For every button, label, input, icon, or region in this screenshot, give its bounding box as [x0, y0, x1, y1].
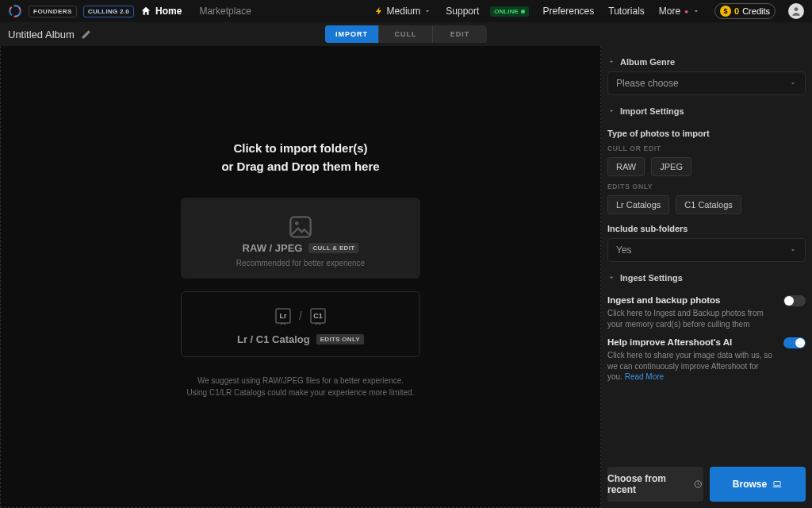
tab-cull[interactable]: CULL [379, 25, 433, 43]
bolt-icon [374, 6, 384, 16]
card-catalog[interactable]: Lr / C1 Lr / C1 Catalog EDITS ONLY [181, 291, 420, 357]
chip-c1-catalogs[interactable]: C1 Catalogs [676, 195, 741, 214]
tutorials-link[interactable]: Tutorials [608, 6, 645, 17]
chevron-down-icon [423, 7, 431, 15]
album-genre-select[interactable]: Please choose [607, 71, 806, 95]
clock-icon [693, 479, 703, 490]
section-album-genre[interactable]: Album Genre [607, 57, 806, 67]
subheader: Untitled Album IMPORT CULL EDIT [0, 22, 812, 46]
credits-count: 0 [734, 6, 739, 16]
dollar-icon: $ [720, 6, 731, 17]
subfolders-value: Yes [616, 244, 632, 256]
tab-edit[interactable]: EDIT [433, 25, 487, 43]
card-catalog-label: Lr / C1 Catalog [237, 333, 310, 345]
laptop-icon [772, 479, 783, 490]
support-link[interactable]: Support [446, 6, 479, 17]
chip-lr-catalogs[interactable]: Lr Catalogs [607, 195, 669, 214]
online-dot-icon [521, 10, 525, 13]
read-more-link[interactable]: Read More [625, 372, 664, 381]
card-raw-jpeg-label-row: RAW / JPEG CULL & EDIT [243, 242, 359, 254]
subfolders-select[interactable]: Yes [607, 238, 806, 262]
section-ingest[interactable]: Ingest Settings [607, 273, 806, 283]
online-label: ONLINE [494, 8, 518, 15]
chip-raw[interactable]: RAW [607, 157, 645, 176]
mode-tabs: IMPORT CULL EDIT [325, 25, 487, 43]
c1-icon: C1 [308, 306, 327, 325]
svg-point-4 [295, 221, 299, 225]
priority-dropdown[interactable]: Medium [374, 6, 432, 17]
more-dropdown[interactable]: More ● [659, 6, 700, 17]
credits-label: Credits [742, 6, 770, 16]
topbar: FOUNDERS CULLING 2.0 Home Marketplace Me… [0, 0, 812, 22]
ingest-toggle[interactable] [783, 295, 806, 306]
tab-import[interactable]: IMPORT [325, 25, 379, 43]
home-icon [140, 6, 151, 17]
edits-only-label: EDITS ONLY [607, 183, 806, 190]
dropzone-line1: Click to import folder(s) [221, 140, 379, 158]
browse-button[interactable]: Browse [710, 467, 806, 502]
notification-dot-icon: ● [684, 8, 688, 15]
choose-recent-button[interactable]: Choose from recent [607, 467, 703, 502]
catalog-icon-row: Lr / C1 [274, 306, 327, 325]
ingest-title: Ingest and backup photos [607, 295, 776, 305]
image-icon [285, 212, 316, 242]
disclaimer-l1: We suggest using RAW/JPEG files for a be… [187, 375, 415, 387]
pencil-icon[interactable] [81, 29, 91, 40]
section-import[interactable]: Import Settings [607, 106, 806, 116]
more-label: More [659, 6, 680, 17]
priority-label: Medium [387, 6, 421, 17]
cull-or-edit-label: CULL OR EDIT [607, 144, 806, 152]
card-raw-jpeg-label: RAW / JPEG [243, 242, 303, 254]
type-label: Type of photos to import [607, 129, 806, 138]
ingest-desc: Click here to Ingest and Backup photos f… [607, 308, 776, 329]
album-genre-label: Album Genre [620, 57, 675, 67]
browse-label: Browse [733, 479, 767, 490]
svg-rect-10 [774, 482, 780, 486]
help-ai-desc: Click here to share your image data with… [607, 350, 776, 383]
card-raw-jpeg-sub: Recommended for better experience [236, 259, 365, 267]
collapse-triangle-icon [607, 274, 615, 282]
svg-point-2 [795, 7, 799, 11]
disclaimer-l2: Using C1/LR Catalogs could make your exp… [187, 387, 415, 398]
collapse-triangle-icon [607, 58, 615, 66]
choose-recent-label: Choose from recent [607, 473, 688, 495]
ingest-settings-label: Ingest Settings [620, 273, 683, 283]
card-catalog-tag: EDITS ONLY [316, 334, 364, 344]
avatar[interactable] [788, 3, 804, 19]
home-label: Home [155, 6, 182, 17]
app-logo-icon [8, 4, 22, 18]
chevron-down-icon [789, 79, 797, 87]
card-catalog-label-row: Lr / C1 Catalog EDITS ONLY [237, 333, 364, 345]
preferences-link[interactable]: Preferences [543, 6, 595, 17]
svg-text:C1: C1 [313, 312, 323, 320]
chip-jpeg[interactable]: JPEG [651, 157, 691, 176]
sidebar: Album Genre Please choose Import Setting… [601, 46, 812, 508]
home-button[interactable]: Home [140, 6, 182, 17]
slash-divider: / [299, 310, 302, 322]
import-settings-label: Import Settings [620, 106, 684, 116]
credits-pill[interactable]: $ 0 Credits [714, 3, 776, 19]
lr-icon: Lr [274, 306, 293, 325]
user-icon [791, 6, 802, 17]
svg-text:Lr: Lr [280, 312, 287, 320]
collapse-triangle-icon [607, 107, 615, 115]
dropzone-line2: or Drag and Drop them here [221, 158, 379, 176]
help-ai-toggle[interactable] [783, 337, 806, 348]
card-raw-jpeg-tag: CULL & EDIT [308, 243, 358, 253]
disclaimer: We suggest using RAW/JPEG files for a be… [187, 375, 415, 398]
help-ai-title: Help improve Aftershoot's AI [607, 337, 776, 347]
subfolders-label: Include sub-folders [607, 224, 806, 233]
album-title-label: Untitled Album [8, 29, 75, 40]
album-genre-value: Please choose [616, 78, 679, 89]
culling-badge: CULLING 2.0 [83, 6, 134, 17]
card-raw-jpeg[interactable]: RAW / JPEG CULL & EDIT Recommended for b… [181, 198, 420, 279]
chevron-down-icon [692, 7, 700, 15]
founders-badge: FOUNDERS [29, 6, 77, 17]
marketplace-link[interactable]: Marketplace [199, 6, 251, 17]
dropzone-title: Click to import folder(s) or Drag and Dr… [221, 140, 379, 175]
dropzone[interactable]: Click to import folder(s) or Drag and Dr… [0, 46, 601, 508]
online-badge: ONLINE [490, 6, 528, 17]
album-title[interactable]: Untitled Album [8, 29, 91, 40]
chevron-down-icon [789, 246, 797, 254]
